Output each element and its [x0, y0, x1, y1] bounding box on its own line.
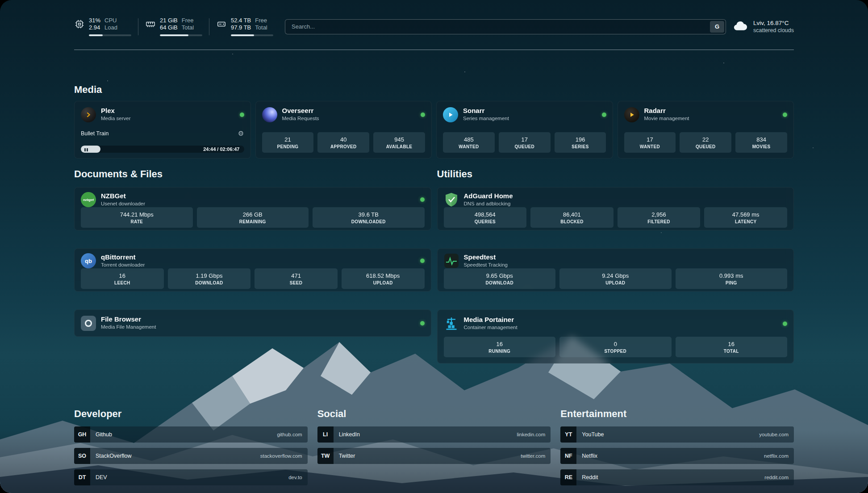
app-subtitle: Torrent downloader: [101, 261, 145, 269]
app-title: Speedtest: [464, 253, 508, 261]
section-title-developer: Developer: [74, 408, 308, 420]
stat-seed: 471SEED: [255, 268, 338, 289]
app-card-speedtest[interactable]: Speedtest Speedtest Tracking 9.65 GbpsDO…: [437, 248, 794, 292]
bookmark-name: Twitter: [339, 453, 355, 459]
app-card-radarr[interactable]: Radarr Movie management 17WANTED 22QUEUE…: [618, 101, 794, 159]
bookmark-stackoverflow[interactable]: SO StackOverflow stackoverflow.com: [74, 448, 308, 464]
snow-specks: [0, 0, 1, 1]
stat-download: 1.19 GbpsDOWNLOAD: [168, 268, 251, 289]
app-title: Radarr: [644, 107, 689, 114]
app-subtitle: Media Requests: [282, 115, 319, 122]
bookmark-url: youtube.com: [759, 432, 789, 437]
stat-available: 945AVAILABLE: [373, 132, 425, 153]
app-subtitle: Media server: [101, 115, 130, 122]
disk-icon: [216, 19, 227, 29]
cpu-bar: [89, 34, 131, 36]
bookmark-url: stackoverflow.com: [260, 453, 302, 459]
app-subtitle: Speedtest Tracking: [464, 261, 508, 269]
stat-leech: 16LEECH: [81, 268, 164, 289]
stat-upload: 618.52 MbpsUPLOAD: [342, 268, 425, 289]
bookmark-url: netflix.com: [764, 453, 789, 459]
stat-latency: 47.569 msLATENCY: [704, 207, 787, 228]
cpu-icon: [74, 19, 85, 29]
documents-column: Documents & Files nzbget NZBGet Usenet d…: [74, 168, 431, 381]
section-title-utilities: Utilities: [437, 168, 794, 180]
app-title: Plex: [101, 107, 130, 114]
reddit-icon: RE: [560, 469, 576, 485]
playback-progress-bar[interactable]: 24:44 / 02:06:47: [81, 146, 244, 153]
disk-free-label: Free: [255, 17, 267, 24]
bookmark-netflix[interactable]: NF Netflix netflix.com: [560, 448, 794, 464]
bookmarks-entertainment: Entertainment YT YouTube youtube.com NF …: [560, 408, 794, 491]
app-card-nzbget[interactable]: nzbget NZBGet Usenet downloader 744.21 M…: [74, 187, 431, 230]
search-input[interactable]: [285, 19, 726, 34]
stat-queued: 17QUEUED: [499, 132, 551, 153]
settings-gear-icon[interactable]: ⚙: [238, 130, 244, 138]
app-card-qbittorrent[interactable]: qb qBittorrent Torrent downloader 16LEEC…: [74, 248, 431, 292]
status-dot-online: [783, 113, 787, 117]
stat-rate: 744.21 MbpsRATE: [81, 207, 193, 228]
stat-stopped: 0STOPPED: [559, 337, 672, 357]
ram-free: 21 GiB: [160, 17, 178, 24]
adguard-icon: [444, 192, 459, 207]
portainer-icon: [444, 316, 459, 331]
status-dot-online: [602, 113, 606, 117]
stackoverflow-icon: SO: [74, 448, 90, 464]
cpu-percent: 31%: [89, 17, 100, 24]
search-bar: G: [285, 19, 726, 34]
stat-download: 9.65 GbpsDOWNLOAD: [444, 268, 556, 289]
overseerr-icon: [262, 107, 277, 122]
stat-filtered: 2,956FILTERED: [618, 207, 701, 228]
github-icon: GH: [74, 426, 90, 443]
status-dot-online: [783, 322, 787, 326]
app-title: Overseerr: [282, 107, 319, 114]
stat-blocked: 86,401BLOCKED: [530, 207, 613, 228]
disk-total-label: Total: [255, 24, 267, 31]
weather-condition: scattered clouds: [753, 27, 794, 34]
weather-widget: Lviv, 16.87°C scattered clouds: [732, 19, 794, 34]
section-title-entertainment: Entertainment: [560, 408, 794, 420]
bookmark-dev[interactable]: DT DEV dev.to: [74, 469, 308, 485]
app-title: AdGuard Home: [464, 192, 513, 200]
stat-series: 196SERIES: [555, 132, 606, 153]
app-title: NZBGet: [101, 192, 145, 200]
search-engine-button[interactable]: G: [710, 21, 724, 33]
ram-bar: [160, 34, 202, 36]
topbar-separator: [209, 18, 209, 35]
status-dot-online: [420, 321, 425, 326]
bookmark-twitter[interactable]: TW Twitter twitter.com: [317, 448, 551, 464]
bookmark-linkedin[interactable]: LI LinkedIn linkedin.com: [317, 426, 551, 443]
ram-widget: 21 GiB 64 GiB Free Total: [145, 17, 202, 36]
stat-queries: 498,564QUERIES: [444, 207, 527, 228]
now-playing-title: Bullet Train: [81, 130, 109, 137]
section-title-media: Media: [74, 84, 794, 96]
app-card-filebrowser[interactable]: File Browser Media File Management: [74, 309, 431, 337]
ram-total: 64 GiB: [160, 24, 178, 31]
bookmark-name: YouTube: [582, 431, 604, 438]
ram-free-label: Free: [182, 17, 194, 24]
app-card-portainer[interactable]: Media Portainer Container management 16R…: [437, 309, 794, 363]
bookmark-name: LinkedIn: [339, 431, 360, 438]
bookmark-url: reddit.com: [764, 475, 789, 480]
app-title: qBittorrent: [101, 253, 145, 261]
playback-time: 24:44 / 02:06:47: [203, 146, 239, 153]
bookmark-reddit[interactable]: RE Reddit reddit.com: [560, 469, 794, 485]
app-card-plex[interactable]: Plex Media server Bullet Train ⚙ 24:44 /…: [74, 101, 251, 159]
bookmark-name: Github: [96, 431, 112, 438]
bookmark-name: DEV: [96, 474, 107, 480]
stat-downloaded: 39.6 TBDOWNLOADED: [313, 207, 425, 228]
app-title: File Browser: [101, 315, 156, 323]
app-subtitle: Media File Management: [101, 323, 156, 331]
pause-icon[interactable]: [84, 146, 89, 153]
bookmark-github[interactable]: GH Github github.com: [74, 426, 308, 443]
bookmark-name: Reddit: [582, 474, 598, 480]
topbar: 31% 2.94 CPU Load: [74, 0, 794, 36]
app-card-sonarr[interactable]: Sonarr Series management 485WANTED 17QUE…: [436, 101, 613, 159]
bookmark-youtube[interactable]: YT YouTube youtube.com: [560, 426, 794, 443]
app-card-adguard[interactable]: AdGuard Home DNS and adblocking 498,564Q…: [437, 187, 794, 230]
media-card-grid: Plex Media server Bullet Train ⚙ 24:44 /…: [74, 101, 794, 159]
topbar-separator: [138, 18, 138, 35]
app-card-overseerr[interactable]: Overseerr Media Requests 21PENDING 40APP…: [255, 101, 432, 159]
ram-total-label: Total: [182, 24, 194, 31]
dev-icon: DT: [74, 469, 90, 485]
